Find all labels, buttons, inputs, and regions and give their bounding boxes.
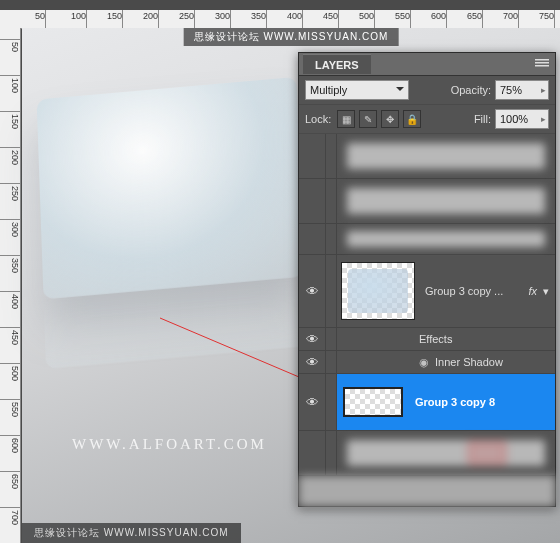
layer-name[interactable]: Group 3 copy ... bbox=[419, 285, 528, 297]
layer-row[interactable] bbox=[299, 179, 555, 224]
eye-icon: 👁 bbox=[306, 355, 319, 370]
effects-header[interactable]: 👁 Effects bbox=[299, 328, 555, 351]
panel-tab-bar: LAYERS bbox=[299, 53, 555, 76]
blend-mode-value: Multiply bbox=[310, 84, 347, 96]
ice-cube-artwork bbox=[37, 77, 304, 299]
fill-input[interactable]: 100%▸ bbox=[495, 109, 549, 129]
layers-panel: LAYERS Multiply Opacity: 75%▸ Lock: ▦ ✎ … bbox=[298, 52, 556, 507]
layer-thumbnail[interactable] bbox=[343, 387, 403, 417]
ruler-tick: 500 bbox=[0, 363, 20, 381]
fill-value: 100% bbox=[500, 113, 528, 125]
ruler-tick: 550 bbox=[0, 399, 20, 417]
inner-shadow-label: Inner Shadow bbox=[435, 356, 503, 368]
chevron-right-icon: ▸ bbox=[541, 85, 546, 95]
eye-icon: 👁 bbox=[306, 395, 319, 410]
visibility-toggle[interactable]: 👁 bbox=[299, 255, 326, 327]
ruler-tick: 250 bbox=[177, 10, 195, 28]
svg-rect-1 bbox=[535, 59, 549, 61]
visibility-toggle[interactable] bbox=[299, 431, 326, 475]
ruler-tick: 300 bbox=[213, 10, 231, 28]
ruler-tick: 50 bbox=[0, 39, 20, 52]
visibility-toggle[interactable] bbox=[299, 134, 326, 178]
ruler-tick: 450 bbox=[0, 327, 20, 345]
lock-all-icon[interactable]: 🔒 bbox=[403, 110, 421, 128]
lock-pixels-icon[interactable]: ✎ bbox=[359, 110, 377, 128]
visibility-toggle[interactable] bbox=[299, 224, 326, 254]
lock-transparency-icon[interactable]: ▦ bbox=[337, 110, 355, 128]
red-marker bbox=[469, 442, 505, 464]
collapse-effects-icon[interactable]: ▾ bbox=[543, 285, 549, 298]
chevron-right-icon: ▸ bbox=[541, 114, 546, 124]
layer-row-ice[interactable]: 👁 Group 3 copy ... fx ▾ bbox=[299, 255, 555, 328]
ruler-tick: 650 bbox=[465, 10, 483, 28]
opacity-value: 75% bbox=[500, 84, 522, 96]
effects-label: Effects bbox=[419, 333, 452, 345]
vertical-ruler: 50 100 150 200 250 300 350 400 450 500 5… bbox=[0, 28, 21, 543]
ruler-tick: 50 bbox=[33, 10, 46, 28]
panel-footer bbox=[299, 476, 555, 506]
lock-position-icon[interactable]: ✥ bbox=[381, 110, 399, 128]
blend-opacity-row: Multiply Opacity: 75%▸ bbox=[299, 76, 555, 105]
site-url-text: WWW.ALFOART.COM bbox=[72, 436, 267, 453]
blend-mode-dropdown[interactable]: Multiply bbox=[305, 80, 409, 100]
layers-tab[interactable]: LAYERS bbox=[303, 54, 371, 74]
ruler-tick: 200 bbox=[0, 147, 20, 165]
panel-menu-icon[interactable] bbox=[535, 58, 549, 70]
layer-name[interactable]: Group 3 copy 8 bbox=[409, 396, 555, 408]
ruler-tick: 550 bbox=[393, 10, 411, 28]
ruler-tick: 650 bbox=[0, 471, 20, 489]
ruler-tick: 600 bbox=[0, 435, 20, 453]
visibility-toggle[interactable]: 👁 bbox=[299, 328, 326, 350]
ruler-tick: 700 bbox=[501, 10, 519, 28]
layer-row[interactable] bbox=[299, 134, 555, 179]
visibility-toggle[interactable]: 👁 bbox=[299, 351, 326, 373]
fill-label: Fill: bbox=[474, 113, 491, 125]
ruler-tick: 150 bbox=[0, 111, 20, 129]
opacity-label: Opacity: bbox=[451, 84, 491, 96]
layer-row-selected[interactable]: 👁 Group 3 copy 8 bbox=[299, 374, 555, 431]
ruler-tick: 750 bbox=[537, 10, 555, 28]
ruler-tick: 350 bbox=[249, 10, 267, 28]
lock-icons: ▦ ✎ ✥ 🔒 bbox=[337, 110, 421, 128]
svg-rect-3 bbox=[535, 65, 549, 67]
lock-label: Lock: bbox=[305, 113, 331, 125]
ruler-corner bbox=[0, 10, 21, 29]
layer-list: 👁 Group 3 copy ... fx ▾ 👁 Effects 👁 ◉ In… bbox=[299, 134, 555, 476]
effect-inner-shadow[interactable]: 👁 ◉ Inner Shadow bbox=[299, 351, 555, 374]
layer-row[interactable] bbox=[299, 224, 555, 255]
ruler-tick: 150 bbox=[105, 10, 123, 28]
svg-rect-2 bbox=[535, 62, 549, 64]
fx-badge[interactable]: fx bbox=[528, 285, 537, 297]
ruler-tick: 250 bbox=[0, 183, 20, 201]
opacity-input[interactable]: 75%▸ bbox=[495, 80, 549, 100]
ruler-tick: 400 bbox=[0, 291, 20, 309]
ruler-tick: 100 bbox=[0, 75, 20, 93]
watermark-bottom: 思缘设计论坛 WWW.MISSYUAN.COM bbox=[22, 523, 241, 543]
ruler-tick: 450 bbox=[321, 10, 339, 28]
ruler-tick: 100 bbox=[69, 10, 87, 28]
layer-thumbnail[interactable] bbox=[341, 262, 415, 320]
ruler-tick: 500 bbox=[357, 10, 375, 28]
bullet-icon: ◉ bbox=[419, 356, 429, 369]
eye-icon: 👁 bbox=[306, 284, 319, 299]
ruler-tick: 600 bbox=[429, 10, 447, 28]
ruler-tick: 300 bbox=[0, 219, 20, 237]
visibility-toggle[interactable]: 👁 bbox=[299, 374, 326, 430]
ruler-tick: 400 bbox=[285, 10, 303, 28]
visibility-toggle[interactable] bbox=[299, 179, 326, 223]
horizontal-ruler: 50 100 150 200 250 300 350 400 450 500 5… bbox=[20, 10, 560, 29]
ruler-tick: 200 bbox=[141, 10, 159, 28]
ruler-tick: 350 bbox=[0, 255, 20, 273]
watermark-top: 思缘设计论坛 WWW.MISSYUAN.COM bbox=[184, 28, 399, 46]
lock-fill-row: Lock: ▦ ✎ ✥ 🔒 Fill: 100%▸ bbox=[299, 105, 555, 134]
ruler-tick: 700 bbox=[0, 507, 20, 525]
eye-icon: 👁 bbox=[306, 332, 319, 347]
layer-row[interactable] bbox=[299, 431, 555, 476]
